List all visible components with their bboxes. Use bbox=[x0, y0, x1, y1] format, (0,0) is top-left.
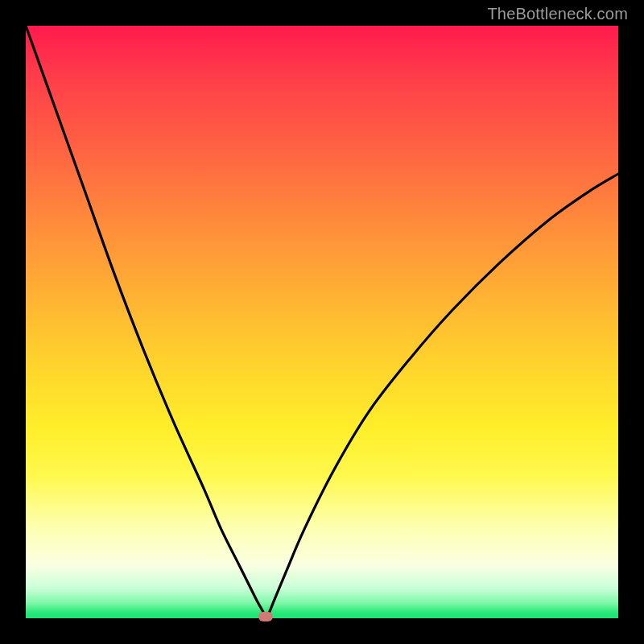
optimum-marker bbox=[258, 612, 273, 621]
chart-frame: TheBottleneck.com bbox=[0, 0, 644, 644]
watermark-text: TheBottleneck.com bbox=[487, 5, 628, 23]
plot-area bbox=[26, 26, 618, 618]
curve-svg bbox=[26, 26, 618, 618]
bottleneck-curve-path bbox=[26, 26, 618, 617]
